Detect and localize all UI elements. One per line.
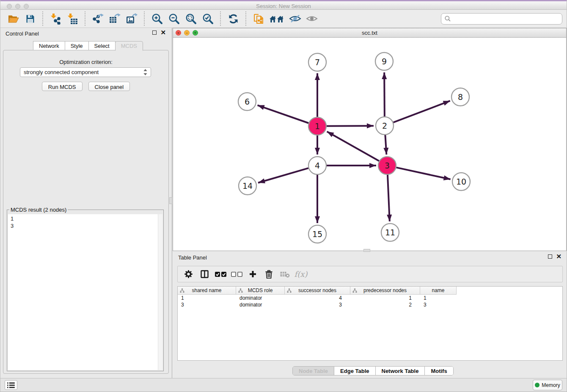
graph-node-label: 15: [312, 229, 322, 239]
horizontal-splitter-grip[interactable]: [363, 249, 370, 252]
delete-column-button[interactable]: [261, 268, 276, 281]
tab-select[interactable]: Select: [88, 41, 116, 50]
table-row[interactable]: 1dominator411: [178, 295, 562, 301]
close-panel-icon[interactable]: ✕: [160, 30, 166, 35]
table-row[interactable]: 3dominator323: [178, 301, 562, 308]
cell-successor-nodes[interactable]: 3: [285, 301, 350, 308]
tab-edge-table[interactable]: Edge Table: [334, 367, 375, 375]
eye-icon: [306, 15, 318, 22]
table-panel: Table Panel ✕: [173, 252, 567, 378]
zoom-out-icon: [168, 13, 180, 25]
select-stepper-icon: [143, 69, 147, 75]
close-panel-button[interactable]: Close panel: [88, 82, 130, 91]
task-history-button[interactable]: [5, 380, 17, 390]
table-settings-button[interactable]: [181, 268, 195, 281]
home-button[interactable]: [268, 11, 285, 26]
network-window: × − + scc.txt 7968124314101511: [173, 28, 567, 251]
status-bar: Memory: [0, 378, 567, 392]
select-all-button[interactable]: [213, 268, 228, 281]
graph-edge-2-3[interactable]: [385, 135, 386, 155]
clone-network-button[interactable]: [251, 11, 266, 26]
show-hide-button[interactable]: [288, 11, 302, 26]
open-session-button[interactable]: [6, 11, 20, 26]
graph-edge-1-2[interactable]: [327, 126, 374, 126]
column-header-MCDS-role[interactable]: MCDS role: [236, 287, 285, 295]
column-header-shared-name[interactable]: shared name: [178, 287, 236, 295]
graph-edge-3-10[interactable]: [396, 168, 450, 179]
tab-mcds[interactable]: MCDS: [115, 41, 143, 51]
add-column-button[interactable]: [245, 268, 260, 281]
cell-MCDS-role[interactable]: dominator: [236, 301, 285, 308]
network-canvas[interactable]: 7968124314101511: [173, 38, 566, 251]
delete-table-icon: [280, 271, 290, 278]
main-titlebar: Session: New Session: [0, 0, 567, 10]
tab-network[interactable]: Network: [33, 41, 65, 50]
float-table-panel-icon[interactable]: [548, 254, 552, 259]
import-table-button[interactable]: [65, 11, 80, 26]
function-builder-button[interactable]: f(x): [294, 268, 308, 281]
zoom-in-button[interactable]: [150, 11, 164, 26]
export-network-button[interactable]: [91, 11, 105, 26]
graph-edge-1-6[interactable]: [258, 105, 309, 123]
graph-node-label: 1: [315, 121, 320, 131]
column-header-successor-nodes[interactable]: successor nodes: [285, 287, 350, 295]
mcds-result-textarea[interactable]: 1 3: [8, 214, 158, 370]
export-network-icon: [92, 13, 104, 24]
tab-motifs[interactable]: Motifs: [424, 367, 453, 375]
show-columns-button[interactable]: [197, 268, 212, 281]
cell-successor-nodes[interactable]: 4: [285, 295, 350, 301]
close-table-panel-icon[interactable]: ✕: [556, 254, 561, 259]
shared-column-icon: [287, 288, 292, 293]
deselect-all-button[interactable]: [229, 268, 244, 281]
float-panel-icon[interactable]: [152, 30, 157, 35]
import-network-button[interactable]: [48, 11, 63, 26]
zoom-fit-icon: [185, 13, 197, 25]
column-header-name[interactable]: name: [420, 287, 457, 295]
graph-edge-3-1[interactable]: [327, 132, 379, 161]
cell-MCDS-role[interactable]: dominator: [236, 295, 285, 301]
column-label: predecessor nodes: [363, 287, 407, 293]
apply-layout-button[interactable]: [226, 11, 240, 26]
zoom-fit-button[interactable]: [184, 11, 198, 26]
vertical-splitter-grip[interactable]: [169, 197, 172, 204]
cell-name[interactable]: 3: [420, 301, 457, 308]
cell-shared-name[interactable]: 3: [178, 301, 236, 308]
network-title: scc.txt: [173, 30, 566, 36]
criterion-select[interactable]: strongly connected component: [20, 67, 151, 77]
column-label: MCDS role: [248, 287, 273, 293]
graph-edge-2-8[interactable]: [394, 101, 450, 122]
cell-name[interactable]: 1: [420, 295, 457, 301]
tab-node-table[interactable]: Node Table: [293, 367, 334, 375]
zoom-out-button[interactable]: [167, 11, 181, 26]
zoom-selected-button[interactable]: [201, 11, 215, 26]
delete-table-button[interactable]: [278, 268, 292, 281]
tab-style[interactable]: Style: [65, 41, 89, 50]
save-icon: [26, 14, 35, 23]
control-panel-tabs: NetworkStyleSelectMCDS: [33, 41, 143, 51]
cell-shared-name[interactable]: 1: [178, 295, 236, 301]
import-network-icon: [50, 13, 61, 25]
toolbar-separator: [220, 11, 221, 26]
save-session-button[interactable]: [23, 11, 37, 26]
graph-node-label: 14: [242, 181, 253, 190]
memory-status-icon: [535, 383, 539, 387]
export-table-button[interactable]: [107, 11, 122, 26]
run-mcds-button[interactable]: Run MCDS: [42, 82, 83, 91]
optimization-criterion-label: Optimization criterion:: [3, 59, 168, 65]
shared-column-icon: [180, 288, 184, 293]
graph-edge-3-11[interactable]: [388, 175, 390, 221]
cell-predecessor-nodes[interactable]: 1: [350, 295, 420, 301]
cell-predecessor-nodes[interactable]: 2: [350, 301, 420, 308]
table-header-row: shared nameMCDS rolesuccessor nodesprede…: [178, 287, 562, 295]
graph-edge-2-9[interactable]: [384, 72, 385, 116]
memory-button[interactable]: Memory: [533, 380, 562, 390]
result-scrollbar[interactable]: [158, 214, 162, 370]
preview-button[interactable]: [305, 11, 319, 26]
tab-network-table[interactable]: Network Table: [375, 367, 425, 375]
search-input[interactable]: [453, 16, 559, 22]
export-image-button[interactable]: [124, 11, 139, 26]
search-box[interactable]: [441, 13, 562, 25]
graph-node-label: 10: [456, 177, 466, 186]
graph-edge-4-14[interactable]: [258, 168, 308, 183]
column-header-predecessor-nodes[interactable]: predecessor nodes: [350, 287, 420, 295]
